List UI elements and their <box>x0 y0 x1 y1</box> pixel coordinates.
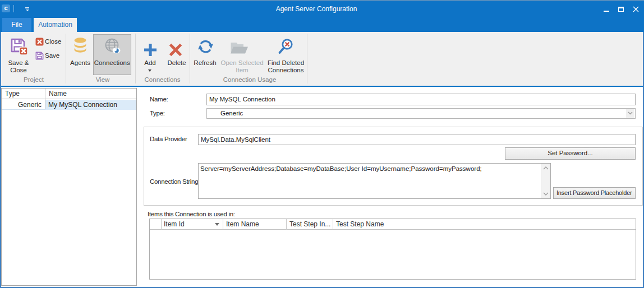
connection-list-panel: Type Name Generic My MySQL Connection <box>1 88 137 286</box>
connection-row-name[interactable]: My MySQL Connection <box>45 100 136 110</box>
group-label-project: Project <box>6 76 62 83</box>
connection-string-scrollbar[interactable] <box>541 164 551 199</box>
column-header-name[interactable]: Name <box>45 89 136 99</box>
connection-row-type[interactable]: Generic <box>2 100 45 110</box>
window-border-left <box>0 32 1 288</box>
name-input[interactable] <box>206 94 636 105</box>
find-deleted-connections-icon <box>277 38 294 56</box>
close-label: Close <box>45 38 61 45</box>
save-and-close-button[interactable]: Save & Close <box>3 34 34 75</box>
content-area: Type Name Generic My MySQL Connection Na… <box>1 87 643 287</box>
close-window-button[interactable] <box>629 1 644 18</box>
refresh-button[interactable]: Refresh <box>192 34 218 75</box>
chevron-down-icon <box>628 112 633 115</box>
tab-file[interactable]: File <box>2 18 31 32</box>
ribbon: Save & Close Close Save Project <box>1 32 643 86</box>
group-separator <box>66 34 66 83</box>
column-header-test-step-name[interactable]: Test Step Name <box>333 219 502 230</box>
items-grid: Item Id Item Name Test Step In... Test S… <box>149 219 636 280</box>
refresh-icon <box>197 38 214 55</box>
connections-icon <box>103 37 121 55</box>
scroll-down-icon <box>543 192 549 196</box>
open-selected-item-icon <box>230 41 249 55</box>
grid-divider <box>286 219 287 230</box>
group-label-connection-usage: Connection Usage <box>206 76 293 83</box>
find-deleted-connections-label-line1: Find Deleted <box>265 59 307 67</box>
type-combobox[interactable]: Generic <box>206 108 636 119</box>
grid-divider <box>333 219 333 230</box>
agents-icon <box>72 37 88 54</box>
grid-divider <box>223 219 223 230</box>
maximize-icon <box>618 7 624 12</box>
data-provider-input[interactable] <box>198 134 636 146</box>
type-combobox-dropdown-button[interactable] <box>626 109 635 118</box>
save-and-close-label-line1: Save & <box>3 59 34 67</box>
agents-label: Agents <box>68 59 93 67</box>
open-selected-item-label-line2: Item <box>220 67 264 74</box>
refresh-label: Refresh <box>192 59 218 67</box>
open-selected-item-button[interactable]: Open Selected Item <box>220 34 264 75</box>
delete-icon <box>169 43 182 57</box>
filter-dropdown-icon[interactable] <box>215 223 219 226</box>
delete-label: Delete <box>163 59 190 67</box>
data-provider-label: Data Provider <box>150 136 187 142</box>
group-separator <box>190 34 190 83</box>
window-title: Agent Server Configuration <box>0 5 633 13</box>
name-label: Name: <box>150 96 168 103</box>
minimize-icon <box>604 11 609 12</box>
find-deleted-connections-label-line2: Connections <box>265 67 307 74</box>
save-label: Save <box>45 52 59 59</box>
open-selected-item-label-line1: Open Selected <box>220 59 264 67</box>
agent-server-configuration-window: c Agent Server Configuration File Automa… <box>0 0 644 288</box>
save-icon <box>35 52 44 60</box>
items-used-in-label: Items this Connection is used in: <box>148 211 235 217</box>
add-dropdown-icon <box>148 69 151 72</box>
connections-label: Connections <box>93 59 131 67</box>
connection-string-field: Server=myServerAddress;Database=myDataBa… <box>198 163 551 199</box>
type-label: Type: <box>150 110 165 117</box>
connection-string-label: Connection String <box>150 178 198 185</box>
column-header-type[interactable]: Type <box>2 89 45 99</box>
group-label-view: View <box>73 76 132 83</box>
connection-string-textarea[interactable]: Server=myServerAddress;Database=myDataBa… <box>199 164 541 199</box>
grid-divider <box>161 219 162 230</box>
close-button[interactable]: Close <box>34 37 65 47</box>
agents-button[interactable]: Agents <box>68 34 93 75</box>
group-separator <box>307 34 307 83</box>
connection-row[interactable]: Generic My MySQL Connection <box>2 100 136 110</box>
close-project-icon <box>35 38 44 46</box>
scroll-up-icon <box>543 166 549 170</box>
connections-button[interactable]: Connections <box>93 34 131 75</box>
delete-button[interactable]: Delete <box>163 34 190 75</box>
connection-list-header: Type Name <box>2 89 136 99</box>
set-password-button[interactable]: Set Password... <box>505 147 636 160</box>
column-header-item-id[interactable]: Item Id <box>161 219 222 230</box>
tab-automation[interactable]: Automation <box>34 18 77 32</box>
find-deleted-connections-button[interactable]: Find Deleted Connections <box>265 34 307 75</box>
add-icon <box>144 43 157 57</box>
add-label: Add <box>138 59 162 67</box>
titlebar: c Agent Server Configuration <box>0 0 644 18</box>
close-icon <box>633 6 639 12</box>
ribbon-tab-row: File Automation <box>0 18 644 32</box>
minimize-button[interactable] <box>598 1 615 18</box>
insert-password-placeholder-button[interactable]: Insert Password Placeholder <box>553 187 636 199</box>
save-button[interactable]: Save <box>34 51 65 61</box>
add-button[interactable]: Add <box>138 34 162 75</box>
group-label-connections: Connections <box>135 76 190 83</box>
column-header-test-step-in[interactable]: Test Step In... <box>287 219 332 230</box>
save-and-close-icon <box>10 38 28 55</box>
column-header-item-name[interactable]: Item Name <box>223 219 286 230</box>
type-combobox-value: Generic <box>220 109 243 119</box>
save-and-close-label-line2: Close <box>3 67 34 74</box>
